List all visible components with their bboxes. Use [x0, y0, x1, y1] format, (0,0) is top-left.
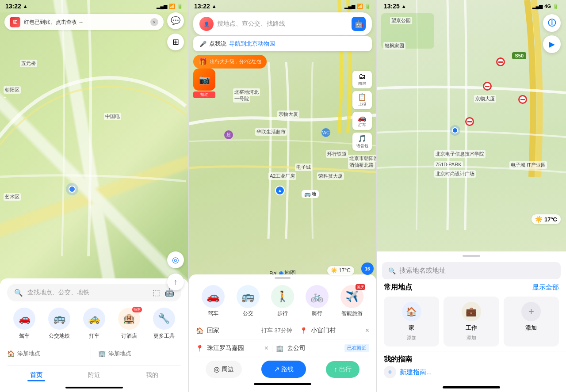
- common-places-3: 常用地点 显示全部 🏠 家 添加 💼 工作 添加: [377, 283, 566, 351]
- right-tools-2: 🗂 图层 📋 上报 🚗 打车 🎵 语音包: [352, 71, 372, 152]
- compass-button-1[interactable]: ↑: [167, 274, 184, 290]
- map-label-a2: A2工业厂房: [268, 172, 296, 180]
- work-route-icon: 🏢: [276, 345, 283, 352]
- show-all-btn-3[interactable]: 显示全部: [532, 283, 559, 292]
- qi-hail[interactable]: 🚕 打车: [83, 308, 105, 340]
- promo-banner-2[interactable]: 🎁 出行大升级，分2亿红包: [193, 55, 267, 69]
- status-bar-3: 13:25 ▲ ▂▄▆ 4G 🔋: [377, 0, 566, 12]
- route-btn-2[interactable]: ↗ 路线: [261, 361, 306, 378]
- qi-drive-circle: 🚗: [13, 308, 35, 330]
- battery-icon-2: 🔋: [365, 4, 371, 9]
- route-row-home: 🏠 回家 打车 37分钟 📍 小宫门村 ×: [196, 322, 369, 339]
- search-placeholder-1: 查找地点、公交、地铁: [27, 289, 148, 297]
- route-close-btn-1[interactable]: ×: [365, 327, 369, 335]
- transport-icons-2: 🚗 驾车 🚌 公交 🚶 步行 🚲 骑行: [189, 279, 376, 322]
- qi-drive[interactable]: 🚗 驾车: [13, 308, 35, 340]
- notification-bar[interactable]: 红 红包已到账、点击查收 → ×: [4, 14, 164, 30]
- qi-hotel[interactable]: 🏨 特惠 订酒店: [118, 308, 140, 340]
- voice-suggest-bar[interactable]: 🎤 点我说 导航到北京动物园: [193, 36, 372, 51]
- transit-icon-2: 🚌 地: [302, 190, 319, 198]
- tab-nearby-1[interactable]: 附近: [65, 369, 123, 383]
- home-place-sub-3: 添加: [407, 335, 417, 341]
- layers-button-1[interactable]: ⊞: [167, 34, 184, 50]
- ti-bike-2[interactable]: 🚲 骑行: [306, 285, 329, 317]
- add-home-location[interactable]: 🏠 添加地点: [7, 346, 91, 361]
- go-btn-2[interactable]: ↑ 出行: [326, 361, 359, 378]
- battery-icon-3: 🔋: [553, 4, 559, 9]
- pin-route-icon: 📍: [300, 327, 307, 334]
- map-label-huasheng: 华联生活超市: [255, 128, 287, 136]
- tool-hail-2[interactable]: 🚗 打车: [352, 112, 372, 130]
- report-label-2: 上报: [358, 102, 366, 107]
- poi-huasheng: 超: [224, 130, 233, 139]
- tool-layers-2[interactable]: 🗂 图层: [352, 71, 372, 88]
- status-icons-1: ▂▄▆ 📶 🔋: [157, 4, 183, 9]
- info-btn-3[interactable]: ⓘ: [543, 14, 561, 32]
- signal-icon-3: ▂▄▆: [532, 4, 543, 9]
- ti-walk-2[interactable]: 🚶 步行: [271, 285, 294, 317]
- tab-mine-1[interactable]: 我的: [123, 369, 181, 383]
- place-card-home-3[interactable]: 🏠 家 添加: [384, 297, 439, 346]
- add-work-location[interactable]: 🏢 添加地点: [91, 346, 182, 361]
- search-bar-3[interactable]: 🔍 搜索地名或地址: [382, 262, 561, 279]
- notif-close-btn[interactable]: ×: [150, 18, 158, 26]
- add-place-icon-3: +: [521, 302, 541, 321]
- curr-loc-3: [452, 127, 458, 133]
- search-icon-1: 🔍: [14, 289, 23, 297]
- action-bar-2: ◎ 周边 ↗ 路线 ↑ 出行: [189, 357, 376, 381]
- guide-add-row-3[interactable]: + 新建指南...: [384, 364, 559, 380]
- sun-icon-3: ☀️: [535, 216, 543, 223]
- map-label-beijing-hosp: 一号院: [233, 95, 250, 103]
- scroll-indicator-3: [463, 255, 480, 257]
- ti-drive-2[interactable]: 🚗 驾车: [202, 285, 225, 317]
- top-right-buttons-3: ⓘ ▶: [543, 14, 561, 53]
- place-card-work-3[interactable]: 💼 工作 添加: [444, 297, 499, 346]
- ti-bus-2[interactable]: 🚌 公交: [237, 285, 260, 317]
- qi-drive-label: 驾车: [19, 332, 30, 340]
- map-label-cndian: 中国电: [104, 113, 121, 120]
- no-entry-2: [483, 82, 492, 91]
- chat-button-1[interactable]: 💬: [167, 12, 184, 29]
- tool-voice-2[interactable]: 🎵 语音包: [352, 133, 372, 151]
- battery-icon-1: 🔋: [177, 4, 183, 9]
- hail-icon-2: 🚗: [358, 114, 367, 122]
- route-items-2: 🏠 回家 打车 37分钟 📍 小宫门村 × 📍 珠江罗马嘉园 × 🏢 去公司 已…: [189, 322, 376, 357]
- map-label-yinfeng: 银枫家园: [383, 42, 405, 49]
- voice-label-2: 语音包: [356, 143, 368, 149]
- location-icon-1: ◎: [172, 255, 179, 265]
- search-bar-2[interactable]: 👤 搜地点、查公交、找路线 🤖: [193, 12, 372, 35]
- tab-home-1[interactable]: 首页: [7, 369, 65, 383]
- robot-icon-2: 🤖: [354, 20, 363, 28]
- route-row-company: 📍 珠江罗马嘉园 × 🏢 去公司 已在附近: [196, 339, 369, 357]
- qi-transit-circle: 🚌: [48, 308, 70, 330]
- robot-btn-2[interactable]: 🤖: [352, 17, 366, 31]
- status-time-3: 13:25: [384, 3, 400, 10]
- qi-transit[interactable]: 🚌 公交地铁: [48, 308, 70, 340]
- tool-report-2[interactable]: 📋 上报: [352, 91, 372, 109]
- qi-transit-label: 公交地铁: [49, 332, 70, 340]
- scan-icon-1[interactable]: ⬚: [153, 288, 160, 297]
- search-icon-3: 🔍: [388, 267, 396, 274]
- layers-label-2: 图层: [358, 81, 366, 87]
- promo-float-icon[interactable]: 📷 拍红: [193, 69, 215, 98]
- signal-icon-2: ▂▄▆: [344, 4, 355, 9]
- quick-icons-1: 🚗 驾车 🚌 公交地铁 🚕 打车 🏨 特惠: [7, 308, 181, 340]
- search-hint-2: 搜地点、查公交、找路线: [217, 20, 348, 28]
- nearby-btn-2[interactable]: ◎ 周边: [206, 361, 242, 378]
- ti-travel-2[interactable]: ✈️ 国庆 智能旅游: [340, 285, 363, 317]
- search-bar-1[interactable]: 🔍 查找地点、公交、地铁 ⬚ 🤖: [7, 284, 181, 301]
- location-button-1[interactable]: ◎: [167, 251, 184, 268]
- qi-hotel-circle: 🏨 特惠: [118, 308, 140, 330]
- home-indicator-2: [254, 383, 311, 385]
- gps-icon-2: ▲: [212, 4, 217, 9]
- status-time-2: 13:22: [194, 3, 210, 10]
- home-indicator-1: [65, 387, 123, 388]
- route-close-btn-2[interactable]: ×: [264, 344, 268, 352]
- guide-title-3: 我的指南: [384, 355, 412, 363]
- map-label-rongke: 荣科技大厦: [317, 172, 344, 180]
- qi-tools[interactable]: 🔧 更多工具: [153, 308, 175, 340]
- place-card-add-3[interactable]: + 添加: [504, 297, 559, 346]
- limit-badge-2: 16: [361, 263, 374, 275]
- navigate-btn-3[interactable]: ▶: [543, 35, 561, 53]
- panel-apple-maps: 望京公园 银枫家园 京物大厦 北京电子信息技术学院 751D·PARK 北京时尚…: [377, 0, 566, 392]
